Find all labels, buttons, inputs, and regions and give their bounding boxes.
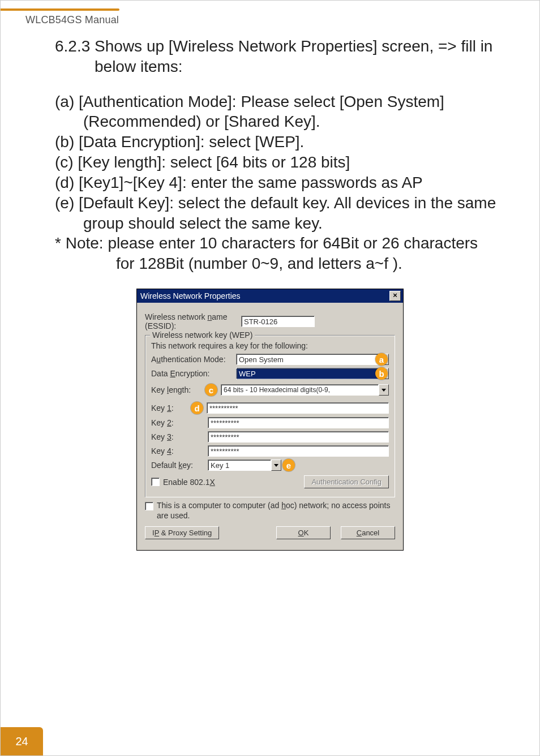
adhoc-label: This is a computer to computer (ad hoc) … [157, 501, 395, 521]
badge-e: e [282, 459, 295, 471]
item-d: (d) [Key1]~[Key 4]: enter the same passw… [55, 173, 515, 193]
doc-title: WLCB54GS Manual [25, 14, 539, 26]
key1-row: Key 1: d ********** [151, 402, 389, 414]
section-heading: 6.2.3 Shows up [Wireless Network Propert… [55, 36, 515, 77]
auth-config-button[interactable]: Authentication Config [304, 475, 389, 488]
key2-label: Key 2: [151, 418, 208, 427]
key3-row: Key 3: ********** [151, 431, 389, 443]
wep-groupbox: Wireless network key (WEP) This network … [145, 335, 395, 497]
default-key-row: Default key: Key 1 e [151, 459, 389, 471]
enable-8021x-checkbox[interactable]: Enable 802.1X [151, 478, 215, 487]
essid-input[interactable]: STR-0126 [241, 316, 315, 327]
note-line2: for 128Bit (number 0~9, and letters a~f … [55, 254, 515, 274]
essid-row: Wireless network name (ESSID): STR-0126 [145, 312, 395, 330]
close-icon[interactable]: × [389, 291, 401, 301]
page-number: 24 [15, 735, 28, 748]
key3-label: Key 3: [151, 432, 208, 441]
adhoc-row[interactable]: This is a computer to computer (ad hoc) … [145, 501, 395, 521]
item-a: (a) [Authentication Mode]: Please select… [55, 92, 515, 132]
page-footer: 24 [1, 727, 43, 755]
essid-label: Wireless network name (ESSID): [145, 312, 241, 330]
badge-d: d [191, 402, 203, 414]
badge-b: b [375, 367, 388, 380]
auth-mode-select[interactable]: Open System a [236, 354, 389, 365]
cancel-button[interactable]: Cancel [341, 526, 395, 539]
key3-input[interactable]: ********** [208, 431, 389, 443]
key2-row: Key 2: ********** [151, 417, 389, 428]
chevron-down-icon[interactable] [271, 459, 281, 471]
key-length-row: Key length: c 64 bits - 10 Hexadecimal d… [151, 384, 389, 396]
dialog-title: Wireless Network Properties [140, 291, 241, 300]
wep-group-legend: Wireless network key (WEP) [150, 330, 255, 340]
svg-marker-3 [274, 464, 278, 467]
item-c: (c) [Key length]: select [64 bits or 128… [55, 152, 515, 173]
ok-button[interactable]: OK [276, 526, 331, 539]
wireless-properties-dialog: Wireless Network Properties × Wireless n… [136, 289, 404, 551]
badge-a: a [375, 353, 388, 366]
dialog-buttons-row: IP & Proxy Setting OK Cancel [145, 526, 395, 539]
ip-proxy-button[interactable]: IP & Proxy Setting [145, 526, 219, 539]
auth-mode-value: Open System [236, 354, 379, 365]
auth-mode-row: Authentication Mode: Open System a [151, 354, 389, 365]
data-encryption-row: Data Encryption: WEP b [151, 368, 389, 379]
checkbox-icon [145, 502, 153, 510]
data-encryption-select[interactable]: WEP b [236, 368, 389, 379]
wep-group-desc: This network requires a key for the foll… [151, 341, 389, 350]
enable-8021x-row: Enable 802.1X Authentication Config [151, 475, 389, 488]
data-encryption-label: Data Encryption: [151, 369, 236, 378]
body-text: 6.2.3 Shows up [Wireless Network Propert… [55, 36, 515, 274]
default-key-value: Key 1 [208, 459, 271, 471]
auth-mode-label: Authentication Mode: [151, 355, 236, 364]
svg-marker-2 [382, 389, 386, 392]
key4-input[interactable]: ********** [208, 445, 389, 457]
key1-input[interactable]: ********** [207, 402, 389, 414]
badge-c: c [205, 384, 217, 396]
default-key-label: Default key: [151, 461, 208, 470]
key1-label: Key 1: [151, 403, 191, 413]
checkbox-icon [151, 478, 160, 486]
key-length-label: Key length: [151, 385, 205, 394]
header-rule [1, 8, 119, 11]
key-length-value: 64 bits - 10 Hexadecimal digits(0-9, [221, 384, 379, 396]
enable-8021x-label: Enable 802.1X [163, 478, 215, 487]
note-line1: * Note: please enter 10 characters for 6… [55, 233, 515, 254]
item-e: (e) [Default Key]: select the default ke… [55, 193, 515, 234]
key2-input[interactable]: ********** [208, 417, 389, 428]
data-encryption-value: WEP [236, 368, 379, 379]
default-key-select[interactable]: Key 1 e [208, 459, 281, 471]
key4-row: Key 4: ********** [151, 445, 389, 457]
dialog-titlebar: Wireless Network Properties × [137, 289, 403, 303]
item-b: (b) [Data Encryption]: select [WEP]. [55, 132, 515, 152]
chevron-down-icon[interactable] [379, 384, 389, 396]
key4-label: Key 4: [151, 446, 208, 456]
key-length-select[interactable]: 64 bits - 10 Hexadecimal digits(0-9, [221, 384, 389, 396]
